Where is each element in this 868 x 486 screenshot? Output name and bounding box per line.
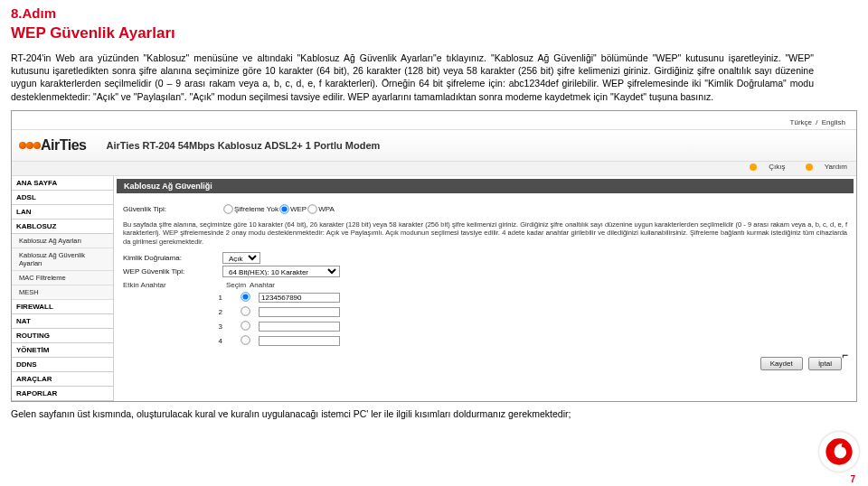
- sub-mac-filtre[interactable]: MAC Filtreleme: [12, 271, 113, 285]
- opt-wpa: WPA: [318, 205, 335, 213]
- step-label: 8.Adım: [11, 5, 868, 21]
- key-radio-1[interactable]: [241, 292, 250, 301]
- lang-sep: /: [816, 118, 817, 126]
- cancel-button[interactable]: İptal: [808, 357, 842, 370]
- exit-icon: [750, 164, 757, 171]
- nav-anasayfa[interactable]: ANA SAYFA: [12, 176, 113, 191]
- row2-num: 2: [123, 308, 231, 316]
- radio-wpa[interactable]: [307, 204, 316, 213]
- auth-select[interactable]: Açık: [222, 252, 260, 264]
- brand-bar: AirTies AirTies RT-204 54Mbps Kablosuz A…: [12, 129, 856, 162]
- sub-mesh[interactable]: MESH: [12, 285, 113, 300]
- page-title: WEP Güvenlik Ayarları: [11, 24, 868, 42]
- vodafone-logo: [819, 432, 859, 472]
- key-input-1[interactable]: [259, 293, 340, 303]
- weptype-select[interactable]: 64 Bit(HEX): 10 Karakter: [222, 266, 340, 277]
- info-text: Bu sayfada şifre alanına, seçiminize gör…: [123, 220, 847, 247]
- nav-yonetim[interactable]: YÖNETİM: [12, 343, 113, 358]
- logo-icon: [26, 142, 33, 149]
- nav-adsl[interactable]: ADSL: [12, 191, 113, 205]
- router-ui-screenshot: Türkçe / English AirTies AirTies RT-204 …: [11, 110, 857, 402]
- row1-num: 1: [123, 294, 231, 302]
- help-link[interactable]: Yardım: [825, 163, 847, 171]
- col-key: Anahtar: [250, 281, 340, 289]
- logo: AirTies: [19, 137, 86, 154]
- security-type-label: Güvenlik Tipi:: [123, 205, 222, 213]
- nav-raporlar[interactable]: RAPORLAR: [12, 387, 113, 401]
- language-bar: Türkçe / English: [12, 117, 856, 129]
- content-area: Kablosuz Ağ Güvenliği Güvenlik Tipi: Şif…: [114, 176, 856, 401]
- key-radio-4[interactable]: [241, 335, 250, 344]
- key-input-3[interactable]: [259, 322, 340, 332]
- auth-label: Kimlik Doğrulama:: [123, 254, 222, 262]
- logo-icon: [19, 142, 26, 149]
- nav-nat[interactable]: NAT: [12, 314, 113, 329]
- key-input-2[interactable]: [259, 307, 340, 317]
- exit-link[interactable]: Çıkış: [769, 163, 785, 171]
- lang-tr-link[interactable]: Türkçe: [790, 118, 812, 126]
- model-label: AirTies RT-204 54Mbps Kablosuz ADSL2+ 1 …: [106, 140, 380, 151]
- col-select: Seçim: [222, 281, 250, 289]
- key-radio-2[interactable]: [241, 306, 250, 315]
- sub-kablosuz-ayarlari[interactable]: Kablosuz Ağ Ayarları: [12, 234, 113, 248]
- lang-en-link[interactable]: English: [822, 118, 845, 126]
- content-heading: Kablosuz Ağ Güvenliği: [117, 179, 854, 193]
- cursor-icon: ⌐: [842, 349, 848, 361]
- logo-text: AirTies: [41, 137, 86, 154]
- logo-icon: [33, 142, 41, 149]
- nav-lan[interactable]: LAN: [12, 205, 113, 220]
- opt-none: Şifreleme Yok: [234, 205, 278, 213]
- nav-routing[interactable]: ROUTING: [12, 329, 113, 343]
- nav-araclar[interactable]: ARAÇLAR: [12, 372, 113, 387]
- footer-text: Gelen sayfanın üst kısmında, oluşturulac…: [11, 407, 814, 420]
- opt-wep: WEP: [290, 205, 307, 213]
- help-icon: [806, 164, 813, 171]
- key-radio-3[interactable]: [241, 321, 250, 330]
- radio-wep[interactable]: [279, 204, 288, 213]
- nav-ddns[interactable]: DDNS: [12, 358, 113, 372]
- key-input-4[interactable]: [259, 336, 340, 346]
- row3-num: 3: [123, 322, 231, 331]
- nav-kablosuz[interactable]: KABLOSUZ: [12, 220, 113, 234]
- nav-firewall[interactable]: FIREWALL: [12, 300, 113, 314]
- radio-none[interactable]: [223, 204, 232, 213]
- toolbar: Çıkış Yardım: [12, 162, 856, 176]
- sidebar: ANA SAYFA ADSL LAN KABLOSUZ Kablosuz Ağ …: [12, 176, 114, 401]
- page-number: 7: [850, 474, 855, 484]
- intro-paragraph: RT-204'in Web ara yüzünden "Kablosuz" me…: [11, 51, 814, 103]
- row4-num: 4: [123, 337, 231, 345]
- sub-kablosuz-guvenlik[interactable]: Kablosuz Ağ Güvenlik Ayarları: [12, 248, 113, 271]
- weptype-label: WEP Güvenlik Tipi:: [123, 267, 222, 276]
- save-button[interactable]: Kaydet: [760, 357, 803, 370]
- active-key-label: Etkin Anahtar: [123, 281, 222, 289]
